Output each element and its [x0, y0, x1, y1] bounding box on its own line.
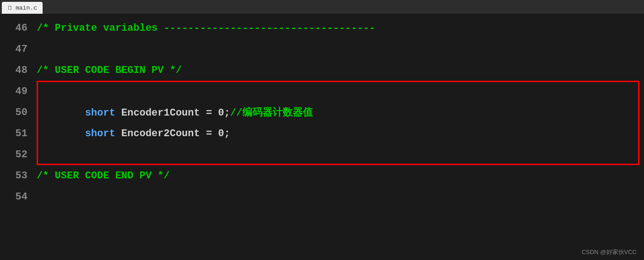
tab-bar: 🗋 main.c — [0, 0, 644, 14]
editor-container: 🗋 main.c 46 /* Private variables -------… — [0, 0, 644, 260]
line-number-52: 52 — [0, 149, 37, 160]
line-content-46: /* Private variables -------------------… — [37, 22, 644, 34]
line-number-51: 51 — [0, 128, 37, 139]
line-number-49: 49 — [0, 86, 37, 97]
code-line-53: 53 /* USER CODE END PV */ — [0, 165, 644, 186]
file-icon: 🗋 — [7, 5, 13, 11]
keyword-short-2: short — [85, 128, 121, 139]
line-number-50: 50 — [0, 107, 37, 118]
line-content-51: short Encoder2Count = 0; — [37, 116, 644, 151]
tab-label: main.c — [16, 5, 37, 11]
code-line-47: 47 — [0, 39, 644, 60]
watermark: CSDN @好家伙VCC — [582, 248, 637, 256]
line-number-54: 54 — [0, 191, 37, 203]
line-content-48: /* USER CODE BEGIN PV */ — [37, 65, 644, 76]
line-content-53: /* USER CODE END PV */ — [37, 170, 644, 182]
code-line-51: 51 short Encoder2Count = 0; — [0, 123, 644, 144]
code-line-54: 54 — [0, 186, 644, 207]
code-line-48: 48 /* USER CODE BEGIN PV */ — [0, 60, 644, 81]
code-area: 46 /* Private variables ----------------… — [0, 14, 644, 260]
line-number-46: 46 — [0, 22, 37, 34]
code-text-2: Encoder2Count = 0; — [121, 128, 230, 139]
line-number-47: 47 — [0, 44, 37, 55]
file-tab[interactable]: 🗋 main.c — [2, 2, 43, 14]
line-number-48: 48 — [0, 65, 37, 76]
line-number-53: 53 — [0, 170, 37, 182]
code-line-46: 46 /* Private variables ----------------… — [0, 17, 644, 39]
